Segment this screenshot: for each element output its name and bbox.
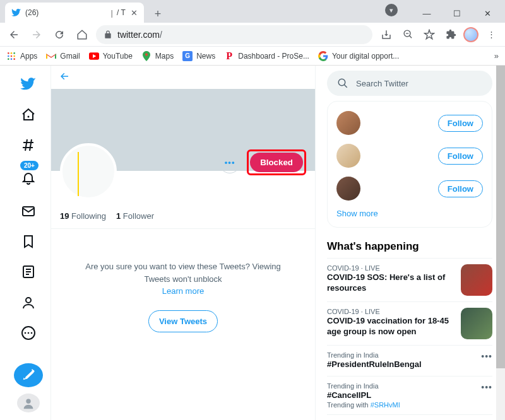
suggest-avatar xyxy=(336,111,360,135)
news-bookmark[interactable]: GNews xyxy=(182,51,215,61)
more-nav-icon[interactable] xyxy=(14,321,43,345)
bookmarks-bar: Apps Gmail YouTube Maps GNews PDashboard… xyxy=(0,47,505,66)
download-icon[interactable] xyxy=(377,26,395,44)
right-column: Search Twitter Follow Follow Follow Show… xyxy=(316,66,499,420)
show-more-link[interactable]: Show more xyxy=(336,205,378,222)
bookmarks-overflow[interactable]: » xyxy=(494,51,499,61)
browser-menu-button[interactable]: ⋮ xyxy=(482,26,500,44)
tab-title-2: / T xyxy=(117,8,127,17)
happening-title: What's happening xyxy=(327,236,492,258)
blocked-question-text: Are you sure you want to view these Twee… xyxy=(76,260,290,285)
suggest-row-2[interactable]: Follow xyxy=(336,139,483,172)
apps-bookmark[interactable]: Apps xyxy=(6,51,37,61)
svg-point-15 xyxy=(26,298,31,303)
trend-title: COVID-19 vaccination for 18-45 age group… xyxy=(327,316,454,337)
trend-more-icon[interactable]: ••• xyxy=(481,351,492,370)
maps-icon xyxy=(141,51,152,61)
reload-button[interactable] xyxy=(50,26,68,44)
suggest-row-1[interactable]: Follow xyxy=(336,107,483,139)
profile-avatar-icon[interactable] xyxy=(463,27,478,42)
zoom-icon[interactable] xyxy=(399,26,417,44)
svg-point-1 xyxy=(8,52,9,54)
trend-item[interactable]: Trending in India#CancelIPLTrending with… xyxy=(327,376,492,414)
svg-point-8 xyxy=(11,58,13,60)
svg-point-3 xyxy=(13,52,15,54)
google-icon xyxy=(318,51,328,61)
suggest-row-3[interactable]: Follow xyxy=(336,172,483,205)
home-nav-icon[interactable] xyxy=(14,102,43,126)
blocked-highlight: Blocked xyxy=(247,149,306,175)
compose-button[interactable] xyxy=(14,363,43,387)
trend-item[interactable]: COVID-19 · LIVECOVID-19 vaccination for … xyxy=(327,301,492,345)
forward-button[interactable] xyxy=(28,26,45,44)
news-icon: G xyxy=(182,51,193,61)
whats-happening: What's happening COVID-19 · LIVECOVID-19… xyxy=(327,236,492,420)
svg-point-12 xyxy=(28,115,30,117)
back-button[interactable] xyxy=(5,26,23,44)
tab-separator: | xyxy=(111,8,113,18)
svg-point-2 xyxy=(11,52,13,54)
search-icon xyxy=(337,78,348,89)
profile-nav-icon[interactable] xyxy=(14,291,43,315)
url-text: twitter.com/ xyxy=(117,30,162,40)
scroll-thumb[interactable] xyxy=(496,66,505,368)
extensions-icon[interactable] xyxy=(442,26,460,44)
maximize-button[interactable]: ☐ xyxy=(443,4,471,23)
home-button[interactable] xyxy=(73,26,91,44)
search-box[interactable]: Search Twitter xyxy=(327,71,492,96)
svg-point-9 xyxy=(13,58,15,60)
address-bar[interactable]: twitter.com/ xyxy=(96,25,372,44)
new-tab-button[interactable]: + xyxy=(149,5,167,23)
twitter-logo-icon[interactable] xyxy=(14,72,43,96)
following-stat[interactable]: 19 Following xyxy=(60,211,106,221)
notifications-nav[interactable]: 20+ xyxy=(14,163,43,192)
suggest-avatar xyxy=(336,177,360,201)
close-window-button[interactable]: ✕ xyxy=(473,4,501,23)
maps-bookmark[interactable]: Maps xyxy=(141,51,174,61)
digital-bookmark[interactable]: Your digital opport... xyxy=(318,51,399,61)
notif-badge: 20+ xyxy=(20,161,39,170)
trend-thumbnail xyxy=(461,264,492,296)
bookmark-star-icon[interactable] xyxy=(420,26,438,44)
browser-tab[interactable]: (26) | / T ✕ xyxy=(5,3,144,23)
browser-titlebar: (26) | / T ✕ + ▾ — ☐ ✕ xyxy=(0,0,505,23)
tab-close-icon[interactable]: ✕ xyxy=(131,8,138,18)
youtube-icon xyxy=(89,51,99,61)
learn-more-link[interactable]: Learn more xyxy=(162,286,204,296)
lock-icon xyxy=(104,30,112,39)
nav-rail: 20+ xyxy=(6,66,50,420)
gmail-bookmark[interactable]: Gmail xyxy=(46,51,80,61)
trend-hash-link[interactable]: #SRHvMI xyxy=(371,401,400,409)
page-viewport: 20+ ••• Blocked xyxy=(0,66,505,420)
blocked-button[interactable]: Blocked xyxy=(250,153,303,172)
apps-icon xyxy=(6,51,16,61)
follow-button-2[interactable]: Follow xyxy=(438,148,483,165)
bookmarks-nav-icon[interactable] xyxy=(14,230,43,254)
svg-point-7 xyxy=(8,58,9,60)
svg-point-6 xyxy=(13,55,15,57)
lists-nav-icon[interactable] xyxy=(14,260,43,284)
followers-stat[interactable]: 1 Follower xyxy=(116,211,154,221)
messages-nav-icon[interactable] xyxy=(14,199,43,223)
tab-title: (26) xyxy=(25,8,107,17)
svg-point-4 xyxy=(8,55,9,57)
view-tweets-button[interactable]: View Tweets xyxy=(148,310,218,333)
dashboard-bookmark[interactable]: PDashboard - ProSe... xyxy=(224,51,309,61)
page-scrollbar[interactable] xyxy=(496,66,505,420)
profile-more-button[interactable]: ••• xyxy=(219,152,241,173)
youtube-bookmark[interactable]: YouTube xyxy=(89,51,133,61)
explore-nav-icon[interactable] xyxy=(14,133,43,157)
follow-button-3[interactable]: Follow xyxy=(438,180,483,197)
back-arrow-icon[interactable] xyxy=(59,71,70,84)
minimize-button[interactable]: — xyxy=(413,4,441,23)
trend-sub: Trending with #SRHvMI xyxy=(327,401,475,409)
trend-more-icon[interactable]: ••• xyxy=(481,382,492,409)
trend-item[interactable]: COVID-19 · This afternoonIPL match postp… xyxy=(327,414,492,420)
trend-item[interactable]: Trending in India#PresidentRuleInBengal•… xyxy=(327,345,492,376)
trend-item[interactable]: COVID-19 · LIVECOVID-19 SOS: Here's a li… xyxy=(327,258,492,301)
account-menu-icon[interactable]: ▾ xyxy=(385,4,398,16)
search-placeholder: Search Twitter xyxy=(356,79,408,88)
account-switcher[interactable] xyxy=(17,394,40,412)
follow-button-1[interactable]: Follow xyxy=(438,115,483,132)
profile-avatar[interactable] xyxy=(60,143,117,200)
